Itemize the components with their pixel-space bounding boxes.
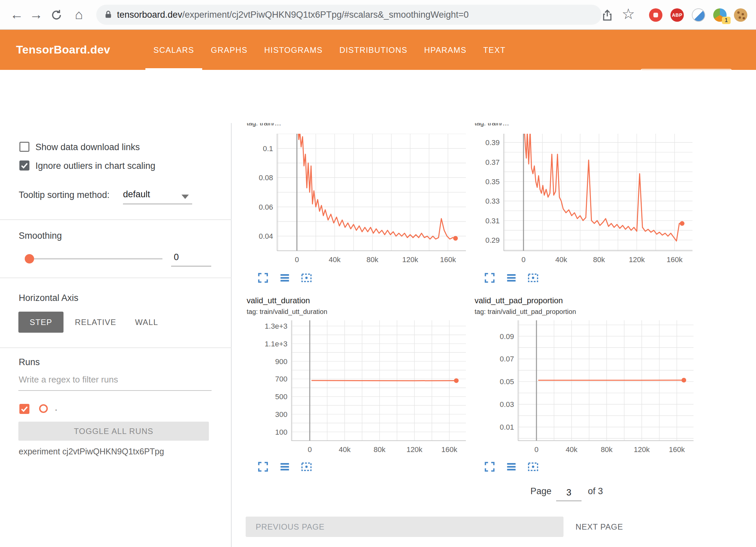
svg-text:40k: 40k [339, 445, 351, 454]
svg-text:0.29: 0.29 [485, 236, 500, 244]
svg-text:0.06: 0.06 [259, 203, 273, 211]
svg-text:0.01: 0.01 [500, 423, 514, 431]
fullscreen-icon[interactable] [257, 271, 269, 284]
svg-text:160k: 160k [669, 445, 685, 454]
svg-text:0: 0 [295, 255, 299, 264]
tensorboard-logo[interactable]: TensorBoard.dev [16, 30, 110, 70]
svg-text:500: 500 [275, 393, 287, 401]
svg-text:160k: 160k [440, 255, 456, 264]
page-of-label: of 3 [588, 486, 603, 497]
show-download-links-checkbox[interactable] [19, 142, 29, 152]
url-path: /experiment/cj2vtPiwQHKN9Q1tx6PTpg/#scal… [182, 10, 469, 20]
tab-distributions[interactable]: DISTRIBUTIONS [332, 30, 416, 70]
svg-text:0.05: 0.05 [500, 377, 514, 386]
svg-text:0.08: 0.08 [259, 174, 273, 182]
app-header: TensorBoard.dev SCALARS GRAPHS HISTOGRAM… [0, 30, 756, 70]
axis-wall-button[interactable]: WALL [135, 312, 158, 333]
tab-text[interactable]: TEXT [475, 30, 514, 70]
chart-top-right-tag-clipped: tag: train/… [475, 123, 509, 128]
slider-track[interactable] [29, 258, 162, 259]
run-name-label: . [55, 403, 57, 413]
svg-text:1.1e+3: 1.1e+3 [265, 340, 287, 348]
address-bar[interactable]: tensorboard.dev/experiment/cj2vtPiwQHKN9… [96, 5, 602, 25]
smoothing-label: Smoothing [19, 231, 62, 241]
svg-text:80k: 80k [601, 445, 613, 454]
sub-header: Crea LSTM transducer training for LibriS… [0, 70, 756, 123]
tab-hparams[interactable]: HPARAMS [416, 30, 475, 70]
check-icon [20, 404, 29, 414]
ignore-outliers-checkbox[interactable] [19, 160, 29, 171]
fullscreen-icon[interactable] [257, 460, 269, 473]
reload-icon[interactable] [50, 9, 63, 21]
toggle-all-runs-button[interactable]: TOGGLE ALL RUNS [18, 422, 209, 441]
svg-text:300: 300 [275, 410, 287, 419]
fit-domain-icon[interactable] [527, 271, 539, 284]
svg-text:80k: 80k [367, 255, 379, 264]
svg-text:0.31: 0.31 [485, 217, 500, 225]
back-icon[interactable]: ← [7, 0, 26, 30]
axis-step-button[interactable]: STEP [18, 312, 64, 333]
chart-valid-utt-duration[interactable]: 1003005007009001.1e+31.3e+3040k80k120k16… [234, 320, 482, 456]
svg-text:0.33: 0.33 [485, 197, 500, 205]
abp-extension-icon[interactable]: ABP [670, 8, 684, 22]
share-icon[interactable] [601, 9, 614, 21]
chart-top-left[interactable]: 0.040.060.080.1040k80k120k160k [234, 134, 482, 266]
smoothing-slider-thumb[interactable] [25, 254, 34, 263]
svg-text:0.03: 0.03 [500, 400, 514, 409]
svg-text:0.09: 0.09 [500, 332, 514, 341]
adblock-extension-icon[interactable] [649, 8, 662, 22]
tab-histograms[interactable]: HISTOGRAMS [256, 30, 331, 70]
svg-text:40k: 40k [555, 255, 568, 264]
chart-top-right[interactable]: 0.290.310.330.350.370.39040k80k120k160k [460, 134, 709, 266]
charts-area: tag: train/… tag: train/… 0.040.060.080.… [232, 123, 756, 547]
chart-title-valid-utt-pad-proportion: valid_utt_pad_proportion [475, 296, 563, 305]
page-label: Page [530, 486, 551, 497]
next-page-button[interactable]: NEXT PAGE [576, 517, 623, 537]
run-color-swatch[interactable] [39, 404, 48, 413]
svg-text:160k: 160k [666, 255, 683, 264]
browser-toolbar: ← → ⌂ tensorboard.dev/experiment/cj2vtPi… [0, 0, 756, 30]
fullscreen-icon[interactable] [483, 271, 496, 284]
cookie-extension-icon[interactable] [734, 8, 747, 22]
tab-graphs[interactable]: GRAPHS [203, 30, 256, 70]
runs-list-icon[interactable] [505, 271, 518, 284]
settings-sidebar: Show data download links Ignore outliers… [0, 123, 232, 547]
svg-text:120k: 120k [629, 255, 645, 264]
smoothing-slider[interactable] [25, 253, 165, 264]
bookmark-star-icon[interactable]: ☆ [620, 0, 636, 30]
svg-text:40k: 40k [565, 445, 578, 454]
divider [0, 219, 232, 220]
tooltip-sorting-label: Tooltip sorting method: [19, 190, 110, 200]
dropdown-arrow-icon[interactable] [181, 195, 189, 199]
chart-valid-utt-pad-proportion[interactable]: 0.010.030.050.070.09040k80k120k160k [460, 320, 710, 456]
runs-filter-input[interactable] [18, 374, 212, 391]
runs-list-icon[interactable] [278, 271, 291, 284]
check-icon [20, 161, 29, 170]
forward-icon[interactable]: → [27, 0, 45, 30]
fit-domain-icon[interactable] [527, 460, 539, 473]
page-number-input[interactable] [556, 487, 582, 501]
runs-list-icon[interactable] [278, 460, 291, 473]
svg-text:120k: 120k [634, 445, 650, 454]
fit-domain-icon[interactable] [300, 271, 313, 284]
home-icon[interactable]: ⌂ [70, 0, 88, 30]
svg-text:0: 0 [534, 445, 538, 454]
smoothing-value-input[interactable] [171, 252, 211, 266]
blue-extension-icon[interactable] [692, 8, 705, 22]
svg-text:80k: 80k [374, 445, 386, 454]
url-text: tensorboard.dev/experiment/cj2vtPiwQHKN9… [117, 5, 469, 25]
previous-page-button[interactable]: PREVIOUS PAGE [246, 517, 563, 537]
runs-list-icon[interactable] [505, 460, 518, 473]
svg-text:0.04: 0.04 [259, 232, 273, 240]
fullscreen-icon[interactable] [483, 460, 496, 473]
axis-relative-button[interactable]: RELATIVE [75, 312, 116, 333]
fit-domain-icon[interactable] [300, 460, 313, 473]
svg-text:0.37: 0.37 [485, 158, 500, 167]
svg-text:160k: 160k [442, 445, 458, 454]
show-download-links-label: Show data download links [35, 142, 140, 152]
svg-text:80k: 80k [593, 255, 605, 264]
tab-scalars[interactable]: SCALARS [145, 30, 202, 70]
run-checkbox[interactable] [19, 404, 29, 414]
svg-text:0: 0 [308, 445, 312, 454]
svg-text:120k: 120k [402, 255, 418, 264]
